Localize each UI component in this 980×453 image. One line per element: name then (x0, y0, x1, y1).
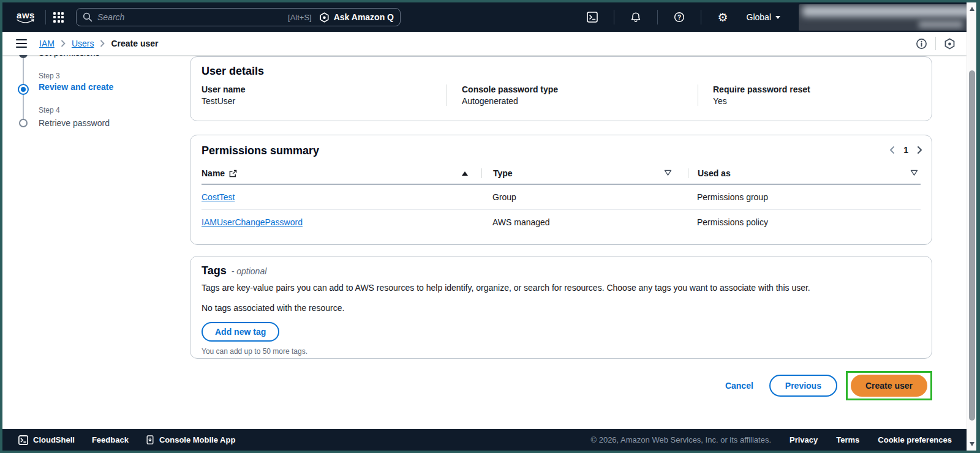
cell-name: IAMUserChangePassword (202, 217, 481, 227)
screenshot-frame: aws [Alt+S] Ask Amazon Q (0, 0, 980, 453)
step-retrieve-password: Retrieve password (39, 118, 110, 128)
notifications-button[interactable] (622, 2, 650, 32)
scrollbar-thumb[interactable] (969, 70, 975, 421)
tags-empty-message: No tags associated with the resource. (202, 303, 921, 313)
nav-divider (614, 10, 614, 24)
pagination-next-button[interactable] (916, 146, 923, 154)
previous-button[interactable]: Previous (769, 375, 837, 397)
ask-amazon-q-button[interactable]: Ask Amazon Q (319, 12, 394, 23)
detail-value: Yes (713, 96, 914, 106)
column-header-name[interactable]: Name (202, 168, 481, 178)
table-row: IAMUserChangePassword AWS managed Permis… (202, 210, 921, 234)
tags-description: Tags are key-value pairs you can add to … (202, 283, 921, 293)
permission-link[interactable]: CostTest (202, 192, 235, 202)
nav-divider (45, 10, 46, 24)
chevron-right-icon (916, 146, 923, 154)
breadcrumb-separator-icon (100, 40, 105, 47)
user-details-grid: User name TestUser Console password type… (202, 84, 921, 106)
unified-search-bar[interactable]: [Alt+S] Ask Amazon Q (76, 8, 401, 26)
detail-value: Autogenerated (462, 96, 692, 106)
action-highlight-box: Create user (846, 371, 932, 400)
footer-cloudshell-label: CloudShell (33, 435, 75, 444)
breadcrumb-iam-link[interactable]: IAM (39, 39, 55, 48)
cloudshell-terminal-icon (18, 435, 28, 445)
redaction-blur (802, 6, 973, 17)
external-link-icon (229, 170, 237, 178)
breadcrumb-separator-icon (61, 40, 66, 47)
breadcrumb-users-link[interactable]: Users (72, 39, 94, 48)
permissions-summary-card: Permissions summary 1 Name (190, 135, 932, 245)
create-user-button[interactable]: Create user (851, 375, 927, 397)
breadcrumb-right-tools (916, 37, 956, 50)
table-header-row: Name Type (202, 165, 921, 185)
divider (935, 37, 936, 50)
footer-cloudshell-button[interactable]: CloudShell (18, 435, 75, 445)
main-content: Set permissions Step 3 Review and create… (2, 55, 967, 429)
search-input[interactable] (92, 12, 288, 22)
help-button[interactable]: ? (665, 2, 693, 32)
step-review-and-create[interactable]: Review and create (39, 82, 113, 92)
pagination-current-page[interactable]: 1 (903, 145, 908, 155)
breadcrumb: IAM Users Create user (39, 39, 159, 48)
side-menu-toggle[interactable] (16, 39, 27, 48)
copyright-text: © 2026, Amazon Web Services, Inc. or its… (590, 435, 771, 444)
footer-right-cluster: © 2026, Amazon Web Services, Inc. or its… (590, 435, 952, 444)
footer-mobile-app-label: Console Mobile App (159, 435, 235, 444)
column-header-label: Used as (698, 168, 731, 178)
footer-terms-link[interactable]: Terms (836, 435, 859, 444)
pagination-previous-button[interactable] (889, 146, 895, 154)
cancel-button[interactable]: Cancel (725, 381, 753, 391)
step-set-permissions[interactable]: Set permissions (39, 55, 100, 58)
aws-smile-icon (17, 19, 35, 24)
nav-divider (701, 10, 701, 24)
cell-name: CostTest (202, 192, 481, 202)
add-new-tag-button[interactable]: Add new tag (202, 322, 279, 342)
scrollbar-down-arrow[interactable] (970, 442, 974, 446)
step-4-label: Step 4 (39, 106, 60, 114)
chevron-down-icon (775, 16, 780, 19)
cloudshell-terminal-icon (587, 12, 598, 23)
filter-icon[interactable] (664, 168, 672, 178)
step-4-upcoming-marker (19, 119, 28, 127)
footer-privacy-link[interactable]: Privacy (790, 435, 818, 444)
nav-divider (657, 10, 658, 24)
vertical-scrollbar[interactable] (967, 2, 976, 451)
region-selector[interactable]: Global (737, 12, 790, 22)
cell-type: Group (481, 192, 688, 202)
permission-link[interactable]: IAMUserChangePassword (202, 217, 303, 227)
browser-viewport: aws [Alt+S] Ask Amazon Q (2, 2, 976, 451)
step-3-label: Step 3 (39, 72, 60, 80)
console-footer: CloudShell Feedback Console Mobile App ©… (2, 429, 976, 451)
permissions-summary-title: Permissions summary (202, 144, 921, 157)
aws-logo[interactable]: aws (13, 11, 38, 24)
redaction-blur (919, 21, 963, 28)
wizard-actions: Cancel Previous Create user (190, 371, 932, 400)
account-info-redacted[interactable] (799, 4, 976, 31)
footer-cookie-preferences-link[interactable]: Cookie preferences (878, 435, 952, 444)
table-pagination: 1 (889, 145, 923, 155)
amazon-q-panel-icon[interactable] (944, 38, 956, 50)
settings-button[interactable]: ⚙ (709, 2, 736, 32)
column-header-used-as[interactable]: Used as (688, 168, 921, 178)
detail-user-name: User name TestUser (202, 84, 447, 106)
filter-icon[interactable] (910, 168, 918, 178)
wizard-steps-sidebar: Set permissions Step 3 Review and create… (2, 55, 190, 429)
help-icon: ? (674, 12, 685, 23)
column-header-type[interactable]: Type (481, 168, 688, 178)
region-label: Global (747, 12, 771, 22)
tags-title-row: Tags - optional (202, 264, 921, 277)
services-menu-icon[interactable] (53, 12, 64, 23)
detail-require-password-reset: Require password reset Yes (698, 84, 921, 106)
footer-mobile-app-button[interactable]: Console Mobile App (146, 435, 235, 445)
scrollbar-up-arrow[interactable] (970, 7, 974, 11)
gear-icon: ⚙ (717, 12, 728, 23)
mobile-app-icon (146, 435, 154, 445)
info-icon[interactable] (916, 38, 927, 50)
footer-feedback-button[interactable]: Feedback (92, 435, 129, 444)
search-shortcut-hint: [Alt+S] (288, 13, 312, 22)
tags-card: Tags - optional Tags are key-value pairs… (190, 256, 932, 359)
svg-text:?: ? (677, 14, 681, 21)
sort-ascending-icon[interactable] (462, 171, 468, 176)
user-details-card: User details User name TestUser Console … (190, 56, 932, 121)
cloudshell-button[interactable] (578, 2, 606, 32)
